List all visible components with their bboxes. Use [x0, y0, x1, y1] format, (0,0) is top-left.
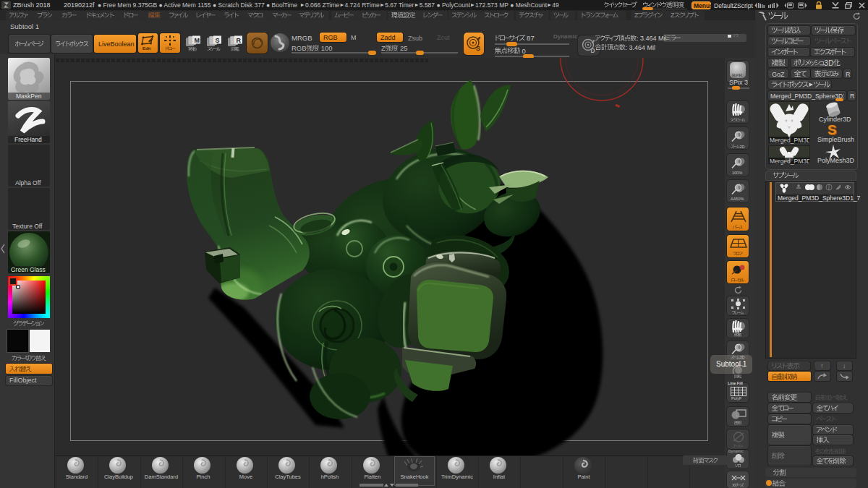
- svg-text:R: R: [237, 37, 242, 44]
- svg-text:D: D: [591, 47, 595, 54]
- svg-text:S: S: [216, 37, 220, 44]
- svg-text:M: M: [195, 37, 200, 44]
- svg-text:S: S: [476, 45, 480, 52]
